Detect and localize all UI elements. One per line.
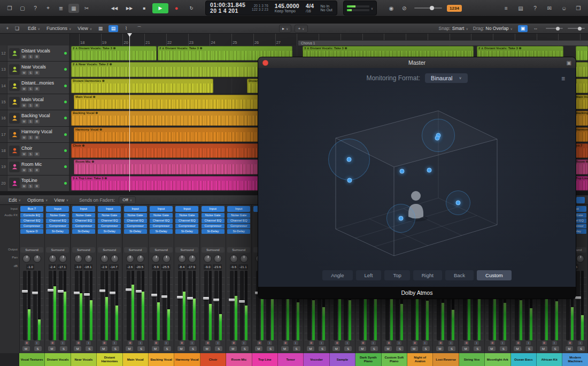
solo-button[interactable]: S [319, 346, 326, 351]
channel-name-label[interactable]: Tenor [278, 353, 304, 366]
channel-name-label[interactable]: Night of Avalon [407, 353, 433, 366]
pan-knob[interactable] [214, 255, 222, 263]
mute-button[interactable]: M [48, 346, 56, 351]
mixer-icon[interactable]: ▦ [68, 4, 79, 13]
menu-edit[interactable]: Edit∨ [5, 197, 24, 203]
mute-button[interactable]: M [74, 346, 81, 351]
output-slot[interactable]: Surround [72, 247, 95, 253]
menu-options[interactable]: Options∨ [24, 197, 51, 203]
sends-on-faders[interactable]: Sends on Faders: Off∨ [79, 196, 136, 204]
solo-button[interactable]: S [86, 346, 93, 351]
fx-slot[interactable]: Noise Gate [46, 213, 69, 218]
track-header[interactable]: 13Near VocalsMSR [0, 62, 69, 77]
rewind-button[interactable]: ◀◀ [107, 3, 121, 13]
mute-button[interactable]: M [514, 346, 521, 351]
record-enable-button[interactable]: R [34, 184, 40, 188]
cycle-button[interactable]: ↻ [184, 3, 198, 13]
input-monitor-button[interactable]: I [345, 341, 350, 345]
mute-button[interactable]: M [21, 87, 27, 91]
speaker-dot[interactable] [427, 168, 432, 173]
output-slot[interactable]: Surround [202, 247, 225, 253]
mute-button[interactable]: M [281, 346, 289, 351]
pan-knob[interactable] [576, 255, 584, 263]
mute-button[interactable]: M [21, 55, 27, 59]
play-button[interactable]: ▶ [152, 3, 168, 13]
pan-knob[interactable] [188, 255, 196, 263]
horizontal-zoom-slider[interactable] [546, 28, 563, 29]
solo-button[interactable]: S [293, 346, 300, 351]
fader-cap[interactable] [22, 290, 28, 293]
fx-slot[interactable]: Channel EQ [150, 218, 173, 223]
pan-knob[interactable] [49, 255, 57, 263]
fx-slot[interactable]: Compressor [227, 224, 250, 228]
record-enable-button[interactable]: R [231, 341, 236, 345]
tools-icon[interactable]: ✂ [81, 4, 92, 13]
mute-button[interactable]: M [359, 346, 366, 351]
mute-button[interactable]: M [488, 346, 496, 351]
plugin-window[interactable]: Master ▣ Monitoring Format: Binaural ∨ ≡ [258, 57, 576, 299]
channel-name-label[interactable]: Harmony Vocal [174, 353, 200, 366]
solo-button[interactable]: S [28, 168, 33, 172]
library-icon[interactable]: ≣ [56, 4, 66, 13]
fader-cap[interactable] [239, 300, 245, 303]
fx-slot[interactable]: Compressor [124, 224, 147, 228]
record-enable-button[interactable]: R [76, 341, 81, 345]
volume-fader[interactable] [127, 271, 130, 340]
mute-button[interactable]: M [462, 346, 469, 351]
output-slot[interactable]: Surround [175, 247, 198, 253]
mute-button[interactable]: M [21, 152, 27, 156]
mute-button[interactable]: M [21, 184, 27, 188]
audio-region[interactable]: Main Vocal [574, 95, 588, 109]
snap-selector[interactable]: Snap: Smart ∨ [439, 26, 468, 31]
monitoring-format-select[interactable]: Binaural ∨ [425, 73, 467, 83]
solo-button[interactable]: S [28, 71, 33, 75]
fx-slot[interactable]: St-Delay [150, 229, 173, 234]
input-monitor-button[interactable]: I [578, 341, 583, 345]
speaker-dot[interactable] [399, 216, 404, 221]
mute-button[interactable]: M [307, 346, 314, 351]
display-icon[interactable]: ▢ [17, 4, 28, 13]
record-enable-button[interactable]: R [34, 103, 40, 108]
mute-button[interactable]: M [411, 346, 418, 351]
solo-button[interactable]: S [28, 184, 33, 188]
solo-button[interactable]: S [28, 87, 33, 91]
mute-button[interactable]: M [436, 346, 444, 351]
audio-region[interactable] [574, 79, 588, 93]
volume-fader[interactable] [240, 271, 244, 340]
fx-slot[interactable]: St-Delay [175, 229, 198, 234]
record-enable-button[interactable]: R [34, 119, 40, 124]
channel-name-label[interactable]: Distant Vocals [45, 353, 71, 366]
fader-cap[interactable] [161, 295, 167, 298]
solo-button[interactable]: S [60, 346, 67, 351]
record-enable-button[interactable]: R [205, 341, 210, 345]
input-monitor-button[interactable]: I [319, 341, 324, 345]
volume-fader[interactable] [163, 271, 166, 340]
mute-button[interactable]: M [21, 103, 27, 108]
record-enable-button[interactable]: R [102, 341, 107, 345]
dim-icon[interactable]: ⊘ [399, 4, 409, 13]
solo-button[interactable]: S [474, 346, 481, 351]
view-button-top[interactable]: Top [384, 270, 409, 280]
input-monitor-button[interactable]: I [474, 341, 479, 345]
input-monitor-button[interactable]: I [526, 341, 531, 345]
solo-button[interactable]: S [525, 346, 533, 351]
stop-button[interactable]: ■ [137, 3, 151, 13]
solo-button[interactable]: S [552, 346, 559, 351]
output-slot[interactable]: Surround [20, 247, 43, 253]
pan-knob[interactable] [59, 255, 67, 263]
pan-knob[interactable] [111, 255, 119, 263]
output-slot[interactable]: Surround [150, 247, 173, 253]
volume-fader[interactable] [100, 271, 104, 340]
volume-fader[interactable] [85, 271, 89, 340]
record-enable-button[interactable]: R [257, 341, 262, 345]
fx-slot[interactable]: St-Delay [202, 229, 225, 234]
record-enable-button[interactable]: R [154, 341, 159, 345]
forward-button[interactable]: ▶▶ [122, 3, 136, 13]
fader-cap[interactable] [213, 299, 219, 301]
fader-cap[interactable] [58, 290, 64, 293]
fader-cap[interactable] [229, 299, 235, 301]
menu-view[interactable]: View∨ [74, 25, 95, 32]
channel-name-label[interactable]: Dark Synth Piano [355, 353, 381, 366]
input-slot[interactable]: Input [124, 206, 147, 212]
solo-button[interactable]: S [422, 346, 430, 351]
